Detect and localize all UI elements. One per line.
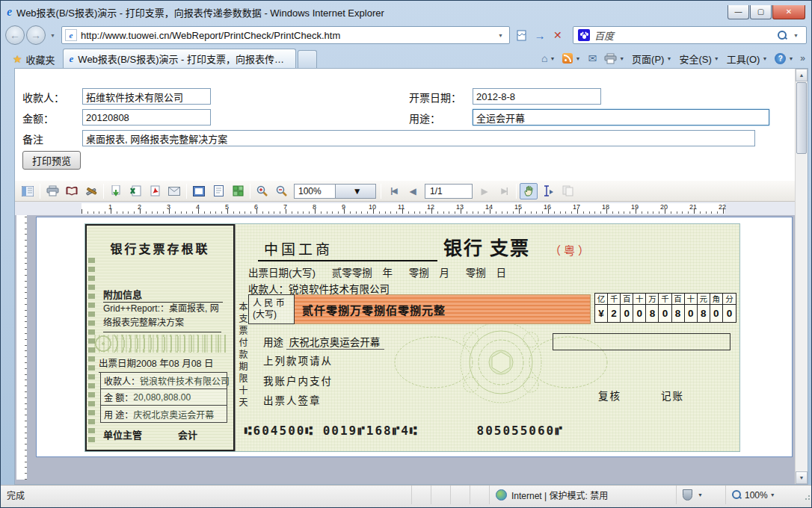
digit-value-cell: 0 bbox=[710, 305, 723, 322]
compatibility-view-button[interactable] bbox=[513, 26, 531, 44]
home-button[interactable]: ⌂ ▼ bbox=[538, 49, 559, 67]
ruler-number: 15 bbox=[514, 203, 522, 211]
stop-button[interactable]: ✕ bbox=[549, 26, 567, 44]
overflow-chevron-icon[interactable]: » bbox=[800, 53, 805, 64]
rmb-label-line2: (大写) bbox=[253, 309, 294, 320]
address-dropdown-icon[interactable]: ▼ bbox=[495, 33, 506, 38]
digit-value-cell: 0 bbox=[685, 305, 698, 322]
ruler-number: 10 bbox=[369, 203, 376, 211]
page-menu[interactable]: 页面(P) ▼ bbox=[628, 49, 675, 67]
review-label: 复核 bbox=[598, 388, 621, 403]
go-button[interactable]: → bbox=[531, 26, 549, 44]
zoom-dropdown-icon[interactable]: ▼ bbox=[335, 185, 376, 198]
minimize-button[interactable]: — bbox=[728, 5, 749, 19]
remark-input[interactable] bbox=[82, 130, 755, 146]
ruler-number: 16 bbox=[544, 203, 551, 211]
zoom-select[interactable]: 100% ▼ bbox=[294, 184, 376, 199]
parameter-panel-button[interactable] bbox=[19, 183, 37, 199]
page-view-button[interactable] bbox=[209, 183, 227, 199]
page-setup-button[interactable] bbox=[63, 183, 81, 199]
select-text-tool-button[interactable] bbox=[539, 183, 557, 199]
hand-tool-button[interactable] bbox=[520, 183, 538, 199]
favorites-label: 收藏夹 bbox=[26, 52, 55, 66]
stub-date-line: 出票日期2008 年08 月08 日 bbox=[99, 356, 223, 373]
home-dropdown-icon[interactable]: ▼ bbox=[550, 56, 556, 61]
stub-row-value: 锐浪软件技术有限公司 bbox=[140, 374, 230, 387]
close-button[interactable]: ✕ bbox=[772, 5, 805, 19]
safety-menu[interactable]: 安全(S) ▼ bbox=[675, 49, 722, 67]
url-text[interactable]: http://www.tuowei.cn/WebReport/PrintChec… bbox=[81, 30, 495, 41]
prev-page-button[interactable]: ◀ bbox=[404, 183, 422, 199]
address-input[interactable]: e http://www.tuowei.cn/WebReport/PrintCh… bbox=[61, 26, 510, 44]
date-input[interactable] bbox=[473, 88, 601, 105]
prev-page-icon: ◀ bbox=[409, 186, 416, 196]
safety-menu-label: 安全(S) bbox=[679, 52, 711, 66]
export-excel-button[interactable] bbox=[126, 183, 144, 199]
print-dropdown-icon[interactable]: ▼ bbox=[619, 56, 624, 61]
favorites-star-icon: ★ bbox=[13, 53, 22, 65]
copy-button[interactable] bbox=[559, 183, 576, 199]
print-button[interactable]: ▼ bbox=[600, 49, 628, 67]
search-dropdown-icon[interactable]: ▼ bbox=[790, 33, 802, 38]
search-magnifier-icon[interactable] bbox=[778, 31, 787, 40]
multi-page-button[interactable] bbox=[229, 183, 247, 199]
history-dropdown-icon[interactable]: ▼ bbox=[47, 33, 58, 38]
check-payee-line: 收款人：锐浪软件技术有限公司 bbox=[248, 281, 390, 296]
scroll-down-button[interactable]: ▼ bbox=[796, 471, 808, 484]
payee-input[interactable] bbox=[82, 88, 211, 105]
micr-right: 805055060⑈ bbox=[477, 424, 564, 438]
digit-header-cell: 亿 bbox=[595, 294, 608, 305]
status-zoom-button[interactable]: 100% ▼ bbox=[726, 486, 801, 504]
compatibility-status-button[interactable]: ▼ bbox=[677, 486, 726, 504]
digit-header-cell: 万 bbox=[646, 294, 659, 305]
first-page-button[interactable]: |◀ bbox=[384, 183, 402, 199]
print-layout-button[interactable] bbox=[190, 183, 208, 199]
design-button[interactable] bbox=[82, 183, 100, 199]
scroll-up-button[interactable]: ▲ bbox=[796, 69, 808, 81]
favorites-button[interactable]: ★ 收藏夹 bbox=[5, 50, 63, 68]
back-button[interactable]: ← bbox=[5, 25, 25, 45]
feeds-dropdown-icon[interactable]: ▼ bbox=[575, 56, 580, 61]
export-mail-button[interactable] bbox=[165, 183, 183, 199]
stub-table-row: 收款人：锐浪软件技术有限公司 bbox=[101, 373, 227, 389]
go-arrow-icon: → bbox=[534, 29, 545, 42]
ruler-number: 13 bbox=[456, 203, 464, 211]
stub-row-label: 金 额： bbox=[101, 391, 133, 403]
digit-header-cell: 角 bbox=[710, 294, 723, 305]
check-usage-label: 用途 bbox=[263, 337, 283, 348]
feeds-button[interactable]: ▼ bbox=[559, 49, 584, 67]
zoom-value: 100% bbox=[295, 186, 335, 196]
amount-input[interactable] bbox=[82, 109, 211, 126]
tools-menu[interactable]: 工具(O) ▼ bbox=[723, 49, 772, 67]
tab-active[interactable]: e Web报表(B/S报表)演示 - 打印支票，向报表传递... bbox=[63, 49, 296, 68]
baidu-icon bbox=[578, 29, 590, 41]
help-menu[interactable]: ? ▼ bbox=[771, 49, 797, 67]
page-number-input[interactable]: 1/1 bbox=[425, 184, 473, 199]
scrollbar-thumb[interactable] bbox=[796, 82, 807, 154]
content-scrollbar[interactable]: ▲ ▼ bbox=[795, 69, 808, 484]
date-caps-year: 贰零零捌 bbox=[332, 267, 372, 279]
print-preview-button[interactable]: 打印预览 bbox=[22, 151, 81, 170]
resize-grip[interactable] bbox=[801, 486, 811, 504]
read-mail-button[interactable]: ✉ bbox=[584, 49, 600, 67]
status-done: 完成 bbox=[1, 486, 412, 504]
search-input[interactable]: 百度 ▼ bbox=[573, 26, 807, 44]
new-tab-button[interactable] bbox=[298, 50, 317, 68]
day-unit: 日 bbox=[496, 267, 507, 279]
forward-button[interactable]: → bbox=[26, 25, 46, 45]
usage-input[interactable] bbox=[473, 109, 769, 126]
last-page-button[interactable]: ▶| bbox=[495, 183, 513, 199]
export-button[interactable] bbox=[107, 183, 125, 199]
viewer-print-button[interactable] bbox=[43, 183, 61, 199]
export-pdf-button[interactable] bbox=[146, 183, 164, 199]
first-page-icon: |◀ bbox=[390, 186, 396, 196]
zoom-in-button[interactable] bbox=[253, 183, 271, 199]
stub-row-label: 用 途： bbox=[101, 408, 133, 421]
digit-header-cell: 百 bbox=[672, 294, 685, 305]
maximize-button[interactable]: ▢ bbox=[750, 5, 772, 19]
digit-grid: 亿千百十万千百十元角分 ¥2008080800 bbox=[594, 293, 736, 323]
zoom-out-button[interactable] bbox=[273, 183, 291, 199]
next-page-button[interactable]: ▶ bbox=[476, 183, 493, 199]
digit-value-cell: 8 bbox=[698, 305, 710, 322]
digit-value-cell: 0 bbox=[723, 305, 736, 322]
